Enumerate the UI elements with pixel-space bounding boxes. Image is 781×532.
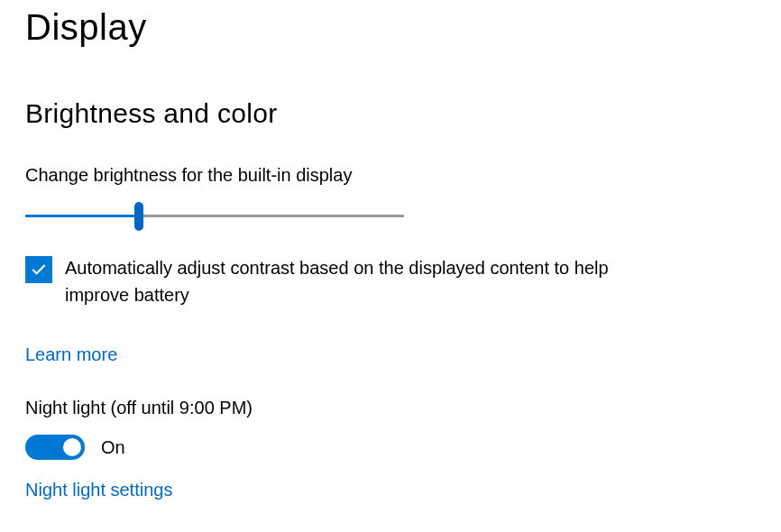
learn-more-link[interactable]: Learn more: [25, 344, 117, 365]
night-light-state: On: [101, 437, 125, 458]
night-light-label: Night light (off until 9:00 PM): [25, 398, 756, 418]
brightness-slider[interactable]: [25, 202, 404, 231]
section-brightness-color: Brightness and color: [25, 98, 756, 129]
night-light-settings-link[interactable]: Night light settings: [25, 480, 172, 500]
slider-track-fill: [25, 215, 139, 217]
brightness-label: Change brightness for the built-in displ…: [25, 165, 756, 186]
slider-thumb[interactable]: [134, 202, 143, 231]
toggle-knob: [63, 438, 81, 456]
auto-contrast-checkbox[interactable]: [25, 256, 52, 283]
checkmark-icon: [30, 261, 48, 279]
night-light-toggle[interactable]: [25, 435, 85, 460]
page-title: Display: [25, 7, 756, 48]
auto-contrast-label: Automatically adjust contrast based on t…: [65, 254, 624, 308]
